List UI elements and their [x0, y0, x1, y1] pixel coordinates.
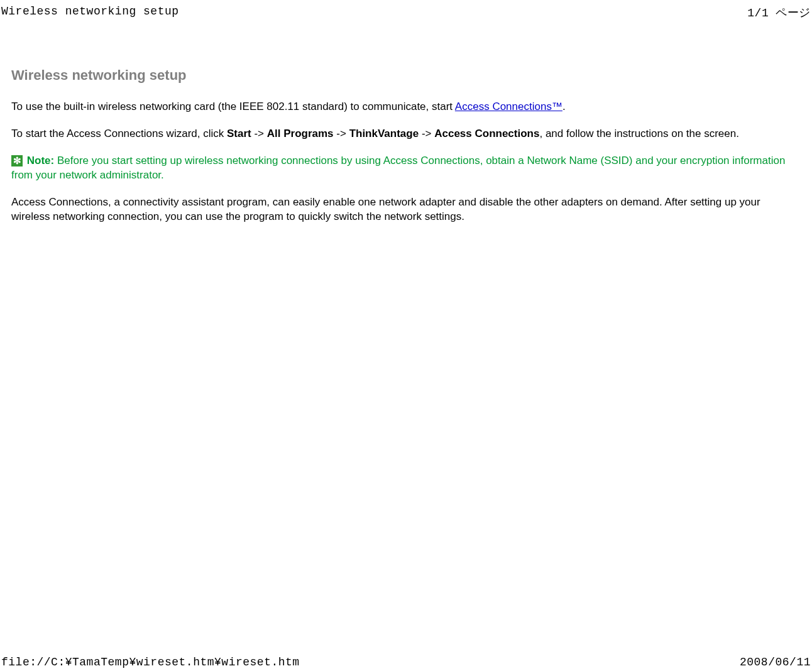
intro-text-a: To use the built-in wireless networking …: [11, 101, 455, 112]
paragraph-instructions: To start the Access Connections wizard, …: [11, 127, 801, 141]
intro-text-b: .: [562, 101, 566, 112]
paragraph-intro: To use the built-in wireless networking …: [11, 100, 801, 114]
document-body: Wireless networking setup To use the bui…: [0, 20, 812, 224]
access-connections-link[interactable]: Access Connections™: [455, 101, 562, 112]
arrow-1: ->: [251, 128, 267, 139]
note-label: Note:: [27, 155, 54, 166]
paragraph-description: Access Connections, a connectivity assis…: [11, 195, 801, 224]
note-icon: ✻: [11, 155, 23, 166]
instr-text-tail: , and follow the instructions on the scr…: [539, 128, 739, 139]
instr-text-a: To start the Access Connections wizard, …: [11, 128, 227, 139]
note-block: ✻ Note: Before you start setting up wire…: [11, 154, 801, 183]
footer-date: 2008/06/11: [740, 656, 811, 668]
note-text: Before you start setting up wireless net…: [11, 155, 785, 181]
menu-all-programs: All Programs: [267, 128, 334, 139]
menu-thinkvantage: ThinkVantage: [349, 128, 419, 139]
page-title: Wireless networking setup: [11, 67, 801, 84]
footer-path: file://C:¥TamaTemp¥wireset.htm¥wireset.h…: [1, 656, 300, 668]
arrow-2: ->: [334, 128, 349, 139]
menu-access-connections: Access Connections: [434, 128, 539, 139]
menu-start: Start: [227, 128, 251, 139]
print-footer: file://C:¥TamaTemp¥wireset.htm¥wireset.h…: [0, 656, 812, 671]
header-title: Wireless networking setup: [1, 5, 179, 20]
print-header: Wireless networking setup 1/1 ページ: [0, 0, 812, 20]
header-page-indicator: 1/1 ページ: [747, 5, 811, 20]
arrow-3: ->: [419, 128, 434, 139]
